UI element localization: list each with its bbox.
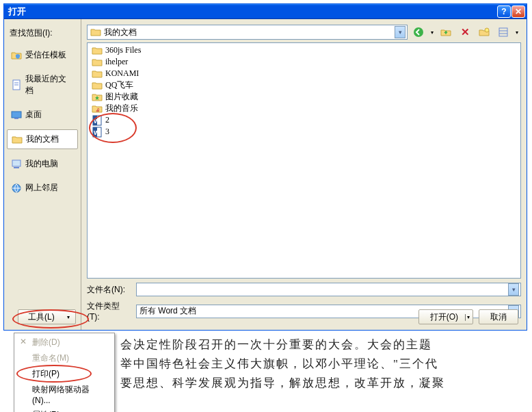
menu-item-label: 映射网络驱动器(N)... bbox=[32, 385, 90, 405]
filetype-label: 文件类型(T): bbox=[87, 300, 132, 322]
places-item-recent-docs[interactable]: 我最近的文档 bbox=[7, 70, 78, 100]
network-icon bbox=[11, 183, 22, 194]
file-name: 3 bbox=[105, 127, 109, 137]
chevron-down-icon: │▾ bbox=[464, 314, 470, 320]
places-item-label: 我的电脑 bbox=[25, 158, 58, 170]
file-name: 2 bbox=[105, 115, 109, 125]
cancel-label: 取消 bbox=[490, 311, 507, 323]
file-name: ihelper bbox=[105, 57, 128, 67]
back-dropdown-arrow[interactable]: ▾ bbox=[431, 29, 434, 36]
file-item[interactable]: 图片收藏 bbox=[90, 91, 518, 103]
help-button[interactable]: ? bbox=[497, 5, 511, 18]
desktop-icon bbox=[11, 110, 22, 120]
delete-button[interactable]: ✕ bbox=[458, 25, 472, 39]
svg-text:W: W bbox=[94, 129, 100, 136]
doc-icon bbox=[11, 79, 22, 90]
file-item[interactable]: KONAMI bbox=[90, 68, 518, 79]
open-file-dialog: 打开 ? ✕ 查找范围(I): 受信任模板我最近的文档桌面我的文档我的电脑网上邻… bbox=[3, 3, 527, 331]
chevron-down-icon[interactable]: ▾ bbox=[508, 283, 519, 296]
folder-icon bbox=[92, 80, 103, 91]
filename-input[interactable]: ▾ bbox=[136, 283, 521, 296]
file-name: 360js Files bbox=[105, 45, 141, 55]
file-item[interactable]: ihelper bbox=[90, 56, 518, 68]
file-name: KONAMI bbox=[105, 68, 139, 79]
file-item[interactable]: W3 bbox=[90, 126, 518, 138]
lookup-label: 查找范围(I): bbox=[10, 27, 53, 39]
menu-item[interactable]: 映射网络驱动器(N)... bbox=[16, 382, 113, 407]
file-list[interactable]: 360js FilesihelperKONAMIQQ飞车图片收藏我的音乐W2W3 bbox=[87, 42, 521, 279]
location-combo[interactable]: 我的文档 ▾ bbox=[87, 25, 408, 40]
file-name: 图片收藏 bbox=[105, 91, 138, 103]
places-item-network[interactable]: 网上邻居 bbox=[7, 179, 78, 197]
filename-label: 文件名(N): bbox=[87, 284, 132, 296]
svg-rect-6 bbox=[14, 167, 19, 168]
places-item-label: 我最近的文档 bbox=[25, 73, 74, 96]
places-item-label: 我的文档 bbox=[26, 133, 59, 145]
menu-item: 重命名(M) bbox=[16, 350, 113, 366]
new-folder-button[interactable] bbox=[477, 25, 491, 39]
menu-item: ✕删除(D) bbox=[16, 335, 113, 350]
svg-rect-10 bbox=[499, 28, 507, 36]
folder-shield-icon bbox=[11, 50, 22, 61]
file-item[interactable]: QQ飞车 bbox=[90, 79, 518, 91]
word-icon: W bbox=[92, 127, 103, 138]
close-icon: ✕ bbox=[20, 337, 27, 346]
svg-text:W: W bbox=[94, 118, 100, 125]
folder-icon bbox=[90, 27, 101, 38]
views-dropdown-arrow[interactable]: ▾ bbox=[516, 29, 518, 36]
menu-item[interactable]: 打印(P) bbox=[16, 366, 113, 382]
folder-icon bbox=[12, 134, 23, 145]
open-button[interactable]: 打开(O) │▾ bbox=[418, 309, 473, 324]
up-one-level-button[interactable] bbox=[439, 25, 453, 39]
file-name: QQ飞车 bbox=[105, 79, 133, 91]
dialog-title: 打开 bbox=[8, 5, 497, 18]
chevron-down-icon[interactable]: ▾ bbox=[395, 26, 405, 38]
menu-item[interactable]: 属性(R) bbox=[16, 407, 113, 412]
background-document-text: 会决定性阶段召开的一次十分重要的大会。大会的主题 举中国特色社会主义伟大旗帜，以… bbox=[120, 335, 529, 393]
svg-rect-4 bbox=[14, 118, 18, 119]
places-item-desktop[interactable]: 桌面 bbox=[7, 105, 78, 124]
places-bar: 查找范围(I): 受信任模板我最近的文档桌面我的文档我的电脑网上邻居 bbox=[4, 19, 81, 330]
file-name: 我的音乐 bbox=[105, 103, 138, 114]
folder-icon bbox=[92, 57, 103, 68]
folder-icon bbox=[92, 45, 103, 56]
tools-button[interactable]: 工具(L) ▾ bbox=[18, 309, 76, 324]
svg-rect-3 bbox=[12, 112, 21, 118]
folder-star-icon bbox=[92, 92, 103, 103]
file-item[interactable]: 我的音乐 bbox=[90, 103, 518, 114]
cancel-button[interactable]: 取消 bbox=[479, 309, 518, 324]
menu-item-label: 删除(D) bbox=[32, 337, 60, 347]
open-label: 打开(O) bbox=[430, 311, 458, 323]
file-item[interactable]: 360js Files bbox=[90, 44, 518, 56]
menu-item-label: 重命名(M) bbox=[32, 353, 69, 363]
file-item[interactable]: W2 bbox=[90, 114, 518, 126]
places-item-label: 桌面 bbox=[25, 109, 42, 120]
menu-item-label: 打印(P) bbox=[32, 369, 59, 378]
svg-rect-5 bbox=[12, 160, 21, 166]
tools-menu: ✕删除(D)重命名(M)打印(P)映射网络驱动器(N)...属性(R) bbox=[14, 333, 115, 412]
places-item-my-docs[interactable]: 我的文档 bbox=[7, 129, 78, 149]
tools-label: 工具(L) bbox=[28, 311, 55, 323]
folder-music-icon bbox=[92, 103, 103, 114]
dialog-titlebar: 打开 ? ✕ bbox=[4, 4, 527, 19]
back-button[interactable] bbox=[412, 25, 425, 39]
chevron-down-icon: ▾ bbox=[67, 314, 70, 320]
close-button[interactable]: ✕ bbox=[511, 5, 525, 18]
word-icon: W bbox=[92, 115, 103, 126]
places-item-trusted-templates[interactable]: 受信任模板 bbox=[7, 46, 78, 64]
views-button[interactable] bbox=[496, 25, 510, 39]
places-item-label: 受信任模板 bbox=[25, 49, 66, 61]
folder-icon bbox=[92, 68, 103, 79]
location-text: 我的文档 bbox=[101, 27, 395, 38]
places-item-label: 网上邻居 bbox=[25, 182, 58, 194]
svg-point-9 bbox=[485, 28, 489, 32]
computer-icon bbox=[11, 159, 22, 170]
svg-point-8 bbox=[414, 27, 423, 37]
places-item-my-computer[interactable]: 我的电脑 bbox=[7, 155, 78, 173]
